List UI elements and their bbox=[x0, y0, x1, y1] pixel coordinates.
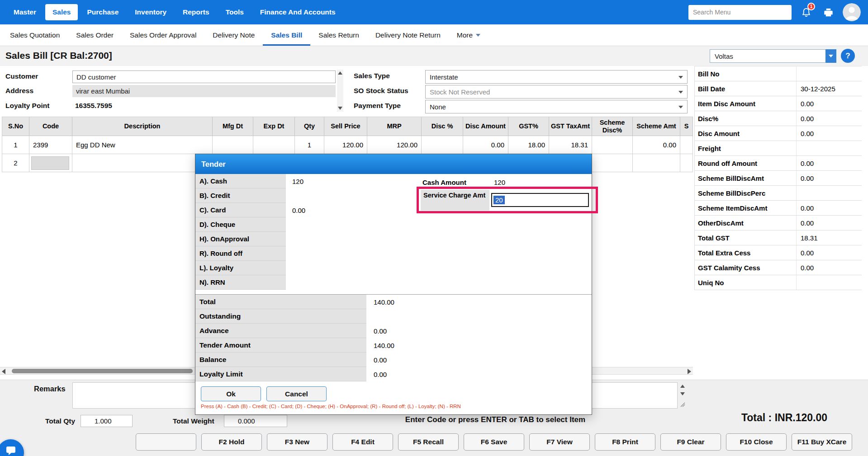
payment-row-value[interactable] bbox=[286, 188, 292, 203]
table-cell[interactable] bbox=[253, 136, 295, 154]
resize-handle-icon[interactable] bbox=[680, 402, 685, 407]
subnav-sales-order[interactable]: Sales Order bbox=[68, 24, 122, 46]
ok-button[interactable]: Ok bbox=[201, 386, 261, 401]
subnav-sales-order-approval[interactable]: Sales Order Approval bbox=[122, 24, 204, 46]
payment-row-value[interactable] bbox=[286, 217, 292, 232]
payment-row-value[interactable]: 120 bbox=[286, 174, 304, 188]
scroll-down-icon[interactable] bbox=[680, 392, 685, 395]
scroll-up-icon[interactable] bbox=[680, 385, 685, 388]
remarks-scroll[interactable] bbox=[679, 383, 686, 408]
function-key-button[interactable]: F7 View bbox=[529, 433, 590, 451]
table-cell[interactable]: 18.00 bbox=[508, 136, 549, 154]
scrollbar-thumb[interactable] bbox=[12, 369, 193, 373]
summary-label: Scheme BillDiscAmt bbox=[695, 171, 797, 185]
tender-totals: Total 140.00 Outstanding Advance 0.00 bbox=[195, 294, 592, 381]
table-cell[interactable]: 0.00 bbox=[633, 136, 680, 154]
function-key-button[interactable]: F8 Print bbox=[595, 433, 655, 451]
table-cell[interactable] bbox=[213, 136, 253, 154]
service-charge-input[interactable]: 20 bbox=[491, 193, 589, 207]
subnav-sales-return[interactable]: Sales Return bbox=[310, 24, 367, 46]
customer-scrollbar[interactable] bbox=[337, 70, 343, 112]
subnav-sales-bill[interactable]: Sales Bill bbox=[263, 24, 310, 46]
remarks-label: Remarks bbox=[34, 385, 66, 393]
payment-row-value[interactable] bbox=[286, 275, 292, 290]
summary-row: Bill No bbox=[695, 66, 862, 81]
total-weight-input[interactable] bbox=[224, 415, 287, 427]
menu-item-master[interactable]: Master bbox=[6, 4, 43, 20]
company-dropdown[interactable]: Voltas bbox=[710, 49, 836, 63]
table-cell[interactable]: Egg DD New bbox=[72, 136, 213, 154]
table-cell[interactable]: 120.00 bbox=[324, 136, 367, 154]
table-cell[interactable]: 2399 bbox=[29, 136, 72, 154]
address-field[interactable]: virar east Mumbai bbox=[72, 85, 336, 97]
function-key-button[interactable]: F10 Close bbox=[726, 433, 787, 451]
scroll-left-icon[interactable] bbox=[2, 369, 5, 374]
table-cell[interactable] bbox=[592, 154, 633, 172]
summary-row: Total GST 18.31 bbox=[695, 230, 862, 245]
table-cell[interactable] bbox=[422, 136, 463, 154]
table-cell[interactable]: 2 bbox=[2, 154, 29, 172]
totals-row-value: 140.00 bbox=[366, 338, 394, 353]
table-cell[interactable] bbox=[592, 136, 633, 154]
tender-dialog-titlebar[interactable]: Tender bbox=[195, 154, 592, 174]
table-cell[interactable] bbox=[680, 136, 693, 154]
help-button[interactable]: ? bbox=[841, 49, 855, 63]
tender-shortcut-hint: Press (A) - Cash (B) - Credit; (C) - Car… bbox=[201, 404, 461, 409]
subnav-more[interactable]: More bbox=[449, 24, 489, 46]
sales-type-select[interactable]: Interstate bbox=[425, 70, 688, 84]
menu-item-sales[interactable]: Sales bbox=[45, 4, 78, 20]
chevron-down-icon bbox=[678, 76, 683, 79]
scroll-right-icon[interactable] bbox=[688, 369, 691, 374]
payment-row-value[interactable] bbox=[286, 232, 292, 246]
summary-label: Bill Date bbox=[695, 81, 797, 96]
scroll-up-icon[interactable] bbox=[338, 71, 342, 75]
function-key-button[interactable] bbox=[136, 433, 196, 451]
menu-item-inventory[interactable]: Inventory bbox=[128, 4, 174, 20]
menu-item-purchase[interactable]: Purchase bbox=[80, 4, 126, 20]
function-key-button[interactable]: F4 Edit bbox=[332, 433, 393, 451]
search-input[interactable] bbox=[688, 5, 792, 20]
customer-input[interactable] bbox=[72, 71, 336, 83]
payment-type-select[interactable]: None bbox=[425, 100, 688, 113]
so-stock-status-label: SO Stock Status bbox=[354, 87, 408, 95]
table-cell[interactable]: 18.31 bbox=[549, 136, 592, 154]
table-cell[interactable] bbox=[633, 154, 680, 172]
payment-row-value[interactable] bbox=[286, 246, 292, 261]
code-input[interactable] bbox=[31, 156, 69, 170]
payment-row-value[interactable]: 0.00 bbox=[286, 203, 305, 217]
menu-item-reports[interactable]: Reports bbox=[175, 4, 217, 20]
function-key-button[interactable]: F6 Save bbox=[464, 433, 524, 451]
function-key-button[interactable]: F3 New bbox=[267, 433, 327, 451]
subnav-delivery-note-return[interactable]: Delivery Note Return bbox=[367, 24, 449, 46]
print-button[interactable] bbox=[821, 5, 836, 20]
table-cell[interactable]: 1 bbox=[295, 136, 324, 154]
company-dropdown-button[interactable] bbox=[825, 49, 836, 63]
summary-row: Item Disc Amount 0.00 bbox=[695, 96, 862, 111]
function-key-button[interactable]: F5 Recall bbox=[398, 433, 459, 451]
menu-item-tools[interactable]: Tools bbox=[218, 4, 251, 20]
function-key-button[interactable]: F11 Buy XCare bbox=[792, 433, 852, 451]
table-cell[interactable]: 1 bbox=[2, 136, 29, 154]
scroll-down-icon[interactable] bbox=[338, 107, 342, 110]
notifications-button[interactable]: 1 bbox=[798, 5, 814, 20]
payment-type-label: Payment Type bbox=[354, 102, 401, 110]
total-qty-input[interactable] bbox=[81, 415, 133, 427]
payment-row-value[interactable] bbox=[286, 261, 292, 275]
table-cell[interactable] bbox=[29, 154, 72, 172]
subnav-sales-quotation[interactable]: Sales Quotation bbox=[2, 24, 68, 46]
table-cell[interactable] bbox=[72, 154, 213, 172]
function-key-button[interactable]: F2 Hold bbox=[201, 433, 262, 451]
payment-row: A). Cash 120 bbox=[195, 174, 592, 188]
summary-row: Disc Amount 0.00 bbox=[695, 126, 862, 141]
table-cell[interactable]: 0.00 bbox=[463, 136, 508, 154]
table-cell[interactable] bbox=[680, 154, 693, 172]
summary-label: Freight bbox=[695, 141, 797, 155]
subnav-delivery-note[interactable]: Delivery Note bbox=[204, 24, 263, 46]
table-cell[interactable]: 120.00 bbox=[367, 136, 422, 154]
so-stock-status-select[interactable]: Stock Not Reserved bbox=[425, 85, 688, 99]
function-key-button[interactable]: F9 Clear bbox=[660, 433, 721, 451]
user-avatar[interactable] bbox=[843, 3, 861, 21]
menu-item-finance[interactable]: Finance And Accounts bbox=[253, 4, 343, 20]
cancel-button[interactable]: Cancel bbox=[266, 386, 327, 401]
totals-row: Balance 0.00 bbox=[195, 353, 592, 367]
